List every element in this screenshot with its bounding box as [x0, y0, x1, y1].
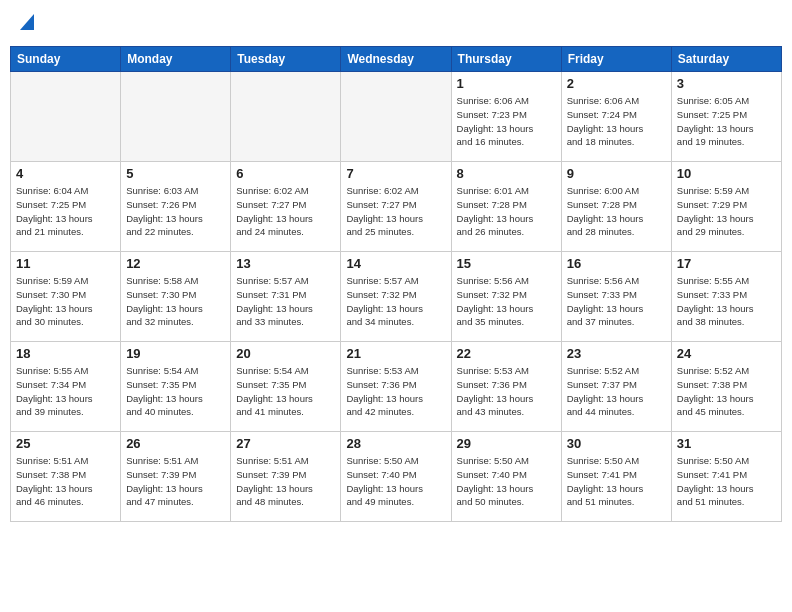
day-number: 13	[236, 256, 335, 271]
weekday-header-monday: Monday	[121, 47, 231, 72]
calendar-table: SundayMondayTuesdayWednesdayThursdayFrid…	[10, 46, 782, 522]
day-number: 10	[677, 166, 776, 181]
page-header	[10, 10, 782, 38]
day-cell: 20Sunrise: 5:54 AM Sunset: 7:35 PM Dayli…	[231, 342, 341, 432]
day-number: 17	[677, 256, 776, 271]
day-info: Sunrise: 5:56 AM Sunset: 7:32 PM Dayligh…	[457, 274, 556, 329]
day-number: 22	[457, 346, 556, 361]
day-cell: 22Sunrise: 5:53 AM Sunset: 7:36 PM Dayli…	[451, 342, 561, 432]
day-cell: 28Sunrise: 5:50 AM Sunset: 7:40 PM Dayli…	[341, 432, 451, 522]
day-number: 11	[16, 256, 115, 271]
day-info: Sunrise: 5:55 AM Sunset: 7:34 PM Dayligh…	[16, 364, 115, 419]
day-info: Sunrise: 5:50 AM Sunset: 7:41 PM Dayligh…	[567, 454, 666, 509]
day-info: Sunrise: 5:59 AM Sunset: 7:29 PM Dayligh…	[677, 184, 776, 239]
weekday-header-friday: Friday	[561, 47, 671, 72]
day-info: Sunrise: 6:05 AM Sunset: 7:25 PM Dayligh…	[677, 94, 776, 149]
day-number: 29	[457, 436, 556, 451]
day-cell: 15Sunrise: 5:56 AM Sunset: 7:32 PM Dayli…	[451, 252, 561, 342]
day-info: Sunrise: 6:06 AM Sunset: 7:24 PM Dayligh…	[567, 94, 666, 149]
weekday-header-saturday: Saturday	[671, 47, 781, 72]
day-number: 4	[16, 166, 115, 181]
day-info: Sunrise: 6:01 AM Sunset: 7:28 PM Dayligh…	[457, 184, 556, 239]
day-cell: 29Sunrise: 5:50 AM Sunset: 7:40 PM Dayli…	[451, 432, 561, 522]
day-number: 21	[346, 346, 445, 361]
day-number: 14	[346, 256, 445, 271]
day-number: 16	[567, 256, 666, 271]
day-info: Sunrise: 5:54 AM Sunset: 7:35 PM Dayligh…	[236, 364, 335, 419]
day-number: 31	[677, 436, 776, 451]
day-number: 28	[346, 436, 445, 451]
day-cell: 3Sunrise: 6:05 AM Sunset: 7:25 PM Daylig…	[671, 72, 781, 162]
day-cell: 30Sunrise: 5:50 AM Sunset: 7:41 PM Dayli…	[561, 432, 671, 522]
day-cell: 2Sunrise: 6:06 AM Sunset: 7:24 PM Daylig…	[561, 72, 671, 162]
day-cell: 9Sunrise: 6:00 AM Sunset: 7:28 PM Daylig…	[561, 162, 671, 252]
day-cell: 24Sunrise: 5:52 AM Sunset: 7:38 PM Dayli…	[671, 342, 781, 432]
day-info: Sunrise: 5:54 AM Sunset: 7:35 PM Dayligh…	[126, 364, 225, 419]
day-number: 1	[457, 76, 556, 91]
logo-triangle-icon	[20, 14, 34, 34]
day-cell: 17Sunrise: 5:55 AM Sunset: 7:33 PM Dayli…	[671, 252, 781, 342]
day-info: Sunrise: 5:50 AM Sunset: 7:41 PM Dayligh…	[677, 454, 776, 509]
day-number: 7	[346, 166, 445, 181]
day-info: Sunrise: 5:56 AM Sunset: 7:33 PM Dayligh…	[567, 274, 666, 329]
day-info: Sunrise: 6:02 AM Sunset: 7:27 PM Dayligh…	[346, 184, 445, 239]
day-cell: 7Sunrise: 6:02 AM Sunset: 7:27 PM Daylig…	[341, 162, 451, 252]
weekday-header-tuesday: Tuesday	[231, 47, 341, 72]
day-cell: 16Sunrise: 5:56 AM Sunset: 7:33 PM Dayli…	[561, 252, 671, 342]
week-row-2: 4Sunrise: 6:04 AM Sunset: 7:25 PM Daylig…	[11, 162, 782, 252]
day-number: 8	[457, 166, 556, 181]
day-info: Sunrise: 6:06 AM Sunset: 7:23 PM Dayligh…	[457, 94, 556, 149]
day-info: Sunrise: 6:04 AM Sunset: 7:25 PM Dayligh…	[16, 184, 115, 239]
day-info: Sunrise: 5:53 AM Sunset: 7:36 PM Dayligh…	[346, 364, 445, 419]
day-info: Sunrise: 5:59 AM Sunset: 7:30 PM Dayligh…	[16, 274, 115, 329]
day-info: Sunrise: 6:02 AM Sunset: 7:27 PM Dayligh…	[236, 184, 335, 239]
day-cell: 18Sunrise: 5:55 AM Sunset: 7:34 PM Dayli…	[11, 342, 121, 432]
day-info: Sunrise: 5:57 AM Sunset: 7:31 PM Dayligh…	[236, 274, 335, 329]
day-number: 27	[236, 436, 335, 451]
weekday-header-row: SundayMondayTuesdayWednesdayThursdayFrid…	[11, 47, 782, 72]
day-info: Sunrise: 6:00 AM Sunset: 7:28 PM Dayligh…	[567, 184, 666, 239]
day-cell: 27Sunrise: 5:51 AM Sunset: 7:39 PM Dayli…	[231, 432, 341, 522]
svg-marker-0	[20, 14, 34, 30]
day-number: 19	[126, 346, 225, 361]
day-cell: 21Sunrise: 5:53 AM Sunset: 7:36 PM Dayli…	[341, 342, 451, 432]
day-number: 23	[567, 346, 666, 361]
day-number: 30	[567, 436, 666, 451]
day-cell: 31Sunrise: 5:50 AM Sunset: 7:41 PM Dayli…	[671, 432, 781, 522]
day-info: Sunrise: 5:55 AM Sunset: 7:33 PM Dayligh…	[677, 274, 776, 329]
day-number: 18	[16, 346, 115, 361]
weekday-header-wednesday: Wednesday	[341, 47, 451, 72]
day-cell: 19Sunrise: 5:54 AM Sunset: 7:35 PM Dayli…	[121, 342, 231, 432]
day-info: Sunrise: 5:58 AM Sunset: 7:30 PM Dayligh…	[126, 274, 225, 329]
day-info: Sunrise: 5:53 AM Sunset: 7:36 PM Dayligh…	[457, 364, 556, 419]
day-cell: 6Sunrise: 6:02 AM Sunset: 7:27 PM Daylig…	[231, 162, 341, 252]
day-info: Sunrise: 5:57 AM Sunset: 7:32 PM Dayligh…	[346, 274, 445, 329]
day-number: 2	[567, 76, 666, 91]
day-cell: 4Sunrise: 6:04 AM Sunset: 7:25 PM Daylig…	[11, 162, 121, 252]
week-row-4: 18Sunrise: 5:55 AM Sunset: 7:34 PM Dayli…	[11, 342, 782, 432]
day-cell	[341, 72, 451, 162]
day-cell: 23Sunrise: 5:52 AM Sunset: 7:37 PM Dayli…	[561, 342, 671, 432]
day-cell	[231, 72, 341, 162]
day-cell: 26Sunrise: 5:51 AM Sunset: 7:39 PM Dayli…	[121, 432, 231, 522]
day-cell: 11Sunrise: 5:59 AM Sunset: 7:30 PM Dayli…	[11, 252, 121, 342]
weekday-header-sunday: Sunday	[11, 47, 121, 72]
day-number: 6	[236, 166, 335, 181]
day-number: 12	[126, 256, 225, 271]
day-cell: 12Sunrise: 5:58 AM Sunset: 7:30 PM Dayli…	[121, 252, 231, 342]
week-row-5: 25Sunrise: 5:51 AM Sunset: 7:38 PM Dayli…	[11, 432, 782, 522]
day-info: Sunrise: 5:52 AM Sunset: 7:37 PM Dayligh…	[567, 364, 666, 419]
day-number: 3	[677, 76, 776, 91]
day-cell: 5Sunrise: 6:03 AM Sunset: 7:26 PM Daylig…	[121, 162, 231, 252]
week-row-1: 1Sunrise: 6:06 AM Sunset: 7:23 PM Daylig…	[11, 72, 782, 162]
day-info: Sunrise: 5:51 AM Sunset: 7:38 PM Dayligh…	[16, 454, 115, 509]
day-cell	[11, 72, 121, 162]
day-number: 15	[457, 256, 556, 271]
day-cell: 25Sunrise: 5:51 AM Sunset: 7:38 PM Dayli…	[11, 432, 121, 522]
day-number: 20	[236, 346, 335, 361]
day-cell: 1Sunrise: 6:06 AM Sunset: 7:23 PM Daylig…	[451, 72, 561, 162]
day-info: Sunrise: 5:52 AM Sunset: 7:38 PM Dayligh…	[677, 364, 776, 419]
day-number: 5	[126, 166, 225, 181]
day-cell: 10Sunrise: 5:59 AM Sunset: 7:29 PM Dayli…	[671, 162, 781, 252]
day-info: Sunrise: 5:51 AM Sunset: 7:39 PM Dayligh…	[126, 454, 225, 509]
